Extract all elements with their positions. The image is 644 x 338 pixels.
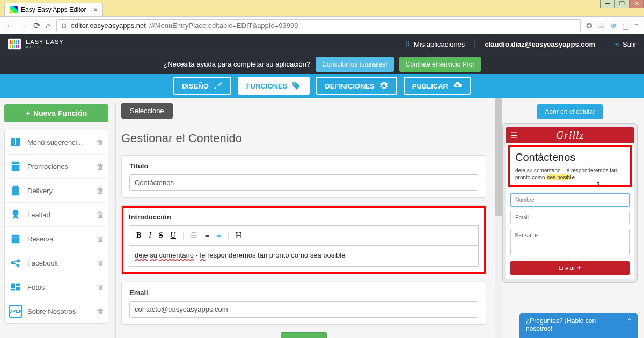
snowflake-icon[interactable]: ❄ — [610, 21, 617, 30]
align-left-button[interactable]: ≡ — [214, 230, 224, 241]
preview-form: Enviar ✈ — [506, 189, 634, 279]
translate-icon[interactable]: ✪ — [586, 21, 592, 30]
trash-icon[interactable]: 🗑 — [96, 283, 104, 291]
preview-submit-button[interactable]: Enviar ✈ — [510, 261, 630, 275]
my-apps-link[interactable]: ⠿Mis aplicaciones — [405, 40, 465, 48]
logout-link[interactable]: ⎆Salir — [615, 40, 636, 48]
sidebar-item-delivery[interactable]: Delivery🗑 — [5, 179, 108, 203]
title-input[interactable] — [129, 174, 478, 191]
browser-frame: Easy Easy Apps Editor × ─ ❐ ✕ ← → ⟳ ⌂ 🗋 … — [0, 0, 644, 34]
separator — [183, 231, 184, 240]
intro-editor[interactable]: deje su comentário - le responderemos ta… — [129, 245, 479, 267]
separator — [605, 39, 605, 49]
tag-icon — [291, 81, 301, 91]
cloud-upload-icon — [452, 81, 462, 91]
browser-tab[interactable]: Easy Easy Apps Editor × — [4, 3, 103, 16]
url-input[interactable]: 🗋 editor.easyeasyapps.net/#MenuEntryPlac… — [56, 19, 581, 32]
pro-service-button[interactable]: Contrate el servicio Pro! — [399, 57, 481, 72]
scrollbar-thumb[interactable] — [495, 98, 502, 216]
function-list: Menú sugerenci...🗑 Promociones🗑 Delivery… — [4, 130, 108, 324]
sidebar-item-lealtad[interactable]: Lealtad🗑 — [5, 203, 108, 227]
maximize-button[interactable]: ❐ — [614, 0, 630, 8]
sidebar-item-facebook[interactable]: Facebook🗑 — [5, 251, 108, 275]
award-icon — [9, 208, 22, 221]
intro-panel: Introducción B I S U ☰ ≡ ≡ H deje su com… — [121, 205, 486, 274]
clipboard-icon — [9, 184, 22, 197]
underline-button[interactable]: U — [168, 230, 179, 241]
chevron-up-icon: ⌃ — [627, 317, 632, 326]
seleccione-badge[interactable]: Seleccione — [121, 103, 173, 119]
separator — [228, 231, 229, 240]
ordered-list-button[interactable]: ≡ — [202, 230, 212, 241]
email-label: Email — [129, 289, 478, 297]
heading-button[interactable]: H — [233, 229, 245, 242]
sidebar-item-fotos[interactable]: Fotos🗑 — [5, 275, 108, 299]
trash-icon[interactable]: 🗑 — [96, 234, 104, 243]
tab-title: Easy Easy Apps Editor — [21, 6, 86, 13]
close-window-button[interactable]: ✕ — [629, 0, 644, 8]
header-right: ⠿Mis aplicaciones claudio.diaz@easyeasya… — [405, 39, 636, 49]
tab-definitions[interactable]: DEFINICIONES — [316, 77, 397, 95]
share-icon — [9, 256, 22, 269]
bullet-list-button[interactable]: ☰ — [188, 230, 200, 242]
tab-design[interactable]: DISEÑO — [173, 77, 231, 95]
sidebar-item-promociones[interactable]: Promociones🗑 — [5, 155, 108, 179]
adblock-icon[interactable]: ▢ — [622, 21, 629, 30]
back-button[interactable]: ← — [5, 21, 14, 31]
separator — [474, 39, 475, 49]
url-path: /#MenuEntryPlace:editable=EDIT&appId=939… — [149, 21, 298, 30]
sidebar-item-sobre-nosotros[interactable]: OPENSobre Nosotros🗑 — [5, 299, 108, 323]
reload-button[interactable]: ⟳ — [33, 20, 40, 31]
preview-pane: Abrir en el celular ☰ Grillz Contáctenos… — [502, 98, 644, 338]
plus-icon: + — [26, 109, 30, 117]
tutorials-button[interactable]: Consulta los tutoriales! — [316, 57, 393, 72]
sidebar-item-menu[interactable]: Menú sugerenci...🗑 — [5, 130, 108, 155]
app-header: EASY EASYAPPS ⠿Mis aplicaciones claudio.… — [0, 34, 644, 54]
preview-contact-text: deje su comentário - le responderemos ta… — [515, 167, 625, 181]
send-icon: ✈ — [577, 264, 582, 271]
trash-icon[interactable]: 🗑 — [96, 210, 104, 219]
email-input[interactable] — [129, 301, 478, 318]
new-function-button[interactable]: +Nueva Función — [4, 104, 108, 122]
tab-functions[interactable]: FUNCIONES — [238, 77, 310, 95]
save-button[interactable]: Guardar — [281, 332, 327, 338]
preview-name-input[interactable] — [510, 193, 630, 207]
tab-publish[interactable]: PUBLICAR — [404, 77, 471, 95]
preview-app-bar: ☰ Grillz — [506, 127, 634, 143]
trash-icon[interactable]: 🗑 — [96, 307, 104, 315]
italic-button[interactable]: I — [146, 230, 154, 241]
title-label: Título — [129, 162, 478, 170]
email-panel: Email — [121, 282, 486, 325]
bookmark-icon[interactable]: ☆ — [598, 21, 605, 30]
user-email-link[interactable]: claudio.diaz@easyeasyapps.com — [485, 40, 595, 48]
logo-icon — [8, 38, 21, 50]
logo[interactable]: EASY EASYAPPS — [8, 38, 64, 50]
strike-button[interactable]: S — [156, 230, 166, 241]
trash-icon[interactable]: 🗑 — [96, 259, 104, 267]
cursor-icon: ↖ — [596, 180, 602, 188]
chat-widget[interactable]: ¿Preguntas? ¡Hable con nosotros! ⌃ — [519, 313, 638, 338]
preview-email-input[interactable] — [510, 211, 630, 224]
tab-bar: Easy Easy Apps Editor × ─ ❐ ✕ — [0, 0, 644, 16]
home-button[interactable]: ⌂ — [46, 21, 51, 31]
scrollbar[interactable] — [495, 98, 502, 338]
trash-icon[interactable]: 🗑 — [96, 186, 104, 195]
addr-icons: ✪ ☆ ❄ ▢ ≡ — [586, 21, 639, 30]
favicon-icon — [10, 6, 18, 13]
close-icon[interactable]: × — [93, 5, 98, 14]
calendar-icon — [9, 232, 22, 245]
open-in-mobile-button[interactable]: Abrir en el celular — [537, 104, 602, 119]
minimize-button[interactable]: ─ — [600, 0, 615, 8]
forward-button[interactable]: → — [19, 21, 28, 31]
gallery-icon — [9, 281, 22, 293]
menu-icon[interactable]: ≡ — [634, 21, 639, 30]
preview-message-input[interactable] — [510, 229, 630, 255]
trash-icon[interactable]: 🗑 — [96, 138, 104, 146]
hamburger-icon[interactable]: ☰ — [510, 130, 518, 141]
address-bar: ← → ⟳ ⌂ 🗋 editor.easyeasyapps.net/#MenuE… — [0, 16, 644, 34]
trash-icon[interactable]: 🗑 — [96, 162, 104, 171]
intro-label: Introducción — [129, 213, 479, 221]
preview-contact-highlight: Contáctenos deje su comentário - le resp… — [508, 145, 632, 187]
bold-button[interactable]: B — [134, 230, 144, 241]
sidebar-item-reserva[interactable]: Reserva🗑 — [5, 227, 108, 251]
